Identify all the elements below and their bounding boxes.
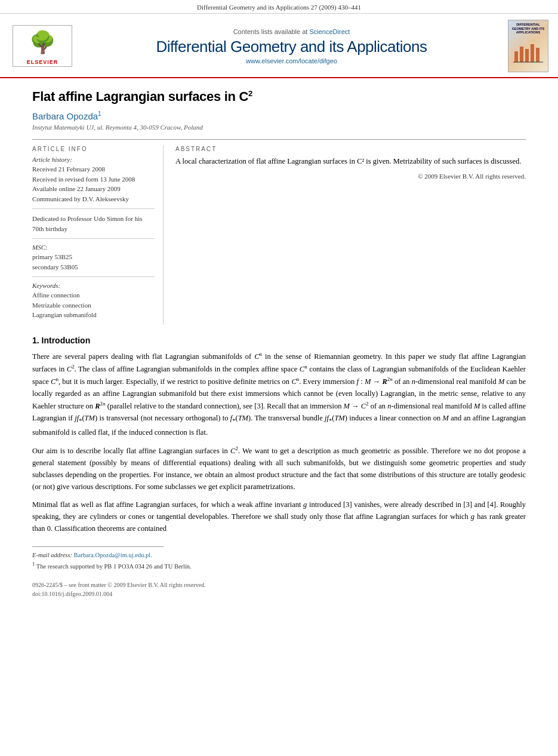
sciencedirect-label: Contents lists available at ScienceDirec… bbox=[81, 28, 502, 35]
journal-header-center: Contents lists available at ScienceDirec… bbox=[81, 28, 502, 64]
received-date-1: Received 21 February 2008 bbox=[32, 164, 155, 174]
article-history-block: Article history: Received 21 February 20… bbox=[32, 156, 155, 204]
footnote-1: 1 The research supported by PB 1 PO3A 03… bbox=[32, 560, 526, 571]
received-date-2: Received in revised form 13 June 2008 bbox=[32, 174, 155, 185]
keywords-label: Keywords: bbox=[32, 282, 155, 289]
msc-primary: primary 53B25 bbox=[32, 252, 155, 262]
article-info-header: ARTICLE INFO bbox=[32, 146, 155, 152]
msc-secondary: secondary 53B05 bbox=[32, 262, 155, 272]
footnote-email: E-mail address: Barbara.Opozda@im.uj.edu… bbox=[32, 551, 526, 560]
body-paragraph-3: Minimal flat as well as flat affine Lagr… bbox=[32, 499, 526, 534]
cover-title: DIFFERENTIAL GEOMETRY AND ITS APPLICATIO… bbox=[510, 23, 547, 35]
info-divider-2 bbox=[32, 238, 155, 239]
copyright-line: © 2009 Elsevier B.V. All rights reserved… bbox=[175, 173, 526, 180]
history-label: Article history: bbox=[32, 156, 155, 163]
abstract-column: ABSTRACT A local characterization of fla… bbox=[175, 146, 526, 325]
journal-citation: Differential Geometry and its Applicatio… bbox=[0, 0, 558, 14]
keyword-2: Metrizable connection bbox=[32, 300, 155, 311]
keyword-3: Lagrangian submanifold bbox=[32, 310, 155, 320]
body-paragraph-2: Our aim is to describe locally flat affi… bbox=[32, 444, 526, 493]
section-1-heading: 1. Introduction bbox=[32, 336, 526, 345]
footnote-divider bbox=[32, 546, 164, 547]
available-online: Available online 22 January 2009 bbox=[32, 184, 155, 194]
article-info-column: ARTICLE INFO Article history: Received 2… bbox=[32, 146, 164, 325]
communicated-by: Communicated by D.V. Alekseevsky bbox=[32, 194, 155, 204]
svg-rect-2 bbox=[520, 47, 523, 62]
citation-text: Differential Geometry and its Applicatio… bbox=[197, 4, 361, 11]
elsevier-logo-area: 🌳 ELSEVIER bbox=[10, 25, 75, 67]
dedication-block: Dedicated to Professor Udo Simon for his… bbox=[32, 214, 155, 233]
info-divider-3 bbox=[32, 276, 155, 277]
journal-url[interactable]: www.elsevier.com/locate/difgeo bbox=[81, 57, 502, 64]
cover-graph-icon bbox=[513, 39, 543, 63]
svg-rect-3 bbox=[525, 49, 529, 62]
author-name: Barbara Opozda1 bbox=[32, 110, 526, 121]
email-link[interactable]: Barbara.Opozda@im.uj.edu.pl. bbox=[74, 552, 152, 558]
and-text: and bbox=[474, 500, 485, 509]
bottom-bar: 0926-2245/$ – see front matter © 2009 El… bbox=[32, 580, 526, 598]
journal-cover-image: DIFFERENTIAL GEOMETRY AND ITS APPLICATIO… bbox=[508, 20, 548, 72]
keyword-1: Affine connection bbox=[32, 290, 155, 300]
abstract-header: ABSTRACT bbox=[175, 146, 526, 152]
issn-line: 0926-2245/$ – see front matter © 2009 El… bbox=[32, 580, 526, 589]
info-divider-1 bbox=[32, 208, 155, 209]
keywords-block: Keywords: Affine connection Metrizable c… bbox=[32, 282, 155, 320]
elsevier-brand-text: ELSEVIER bbox=[27, 59, 58, 65]
journal-title: Differential Geometry and its Applicatio… bbox=[81, 38, 502, 56]
msc-block: MSC: primary 53B25 secondary 53B05 bbox=[32, 244, 155, 272]
msc-label: MSC: bbox=[32, 244, 155, 251]
article-title: Flat affine Lagrangian surfaces in C2 bbox=[32, 89, 526, 105]
svg-rect-5 bbox=[536, 48, 539, 62]
abstract-text: A local characterization of flat affine … bbox=[175, 156, 526, 167]
article-content: Flat affine Lagrangian surfaces in C2 Ba… bbox=[0, 78, 558, 608]
doi-line: doi:10.1016/j.difgeo.2009.01.004 bbox=[32, 589, 526, 598]
svg-rect-4 bbox=[531, 44, 534, 62]
elsevier-logo-box: 🌳 ELSEVIER bbox=[13, 25, 72, 67]
elsevier-tree-icon: 🌳 bbox=[21, 27, 63, 58]
svg-rect-1 bbox=[514, 51, 518, 62]
dedication-text: Dedicated to Professor Udo Simon for his… bbox=[32, 214, 155, 233]
info-abstract-section: ARTICLE INFO Article history: Received 2… bbox=[32, 139, 526, 325]
sciencedirect-link[interactable]: ScienceDirect bbox=[309, 28, 350, 35]
journal-header: 🌳 ELSEVIER Contents lists available at S… bbox=[0, 14, 558, 78]
author-affiliation: Instytut Matematyki UJ, ul. Reymonta 4, … bbox=[32, 124, 526, 131]
svg-text:🌳: 🌳 bbox=[29, 29, 56, 55]
body-paragraph-1: There are several papers dealing with fl… bbox=[32, 350, 526, 438]
